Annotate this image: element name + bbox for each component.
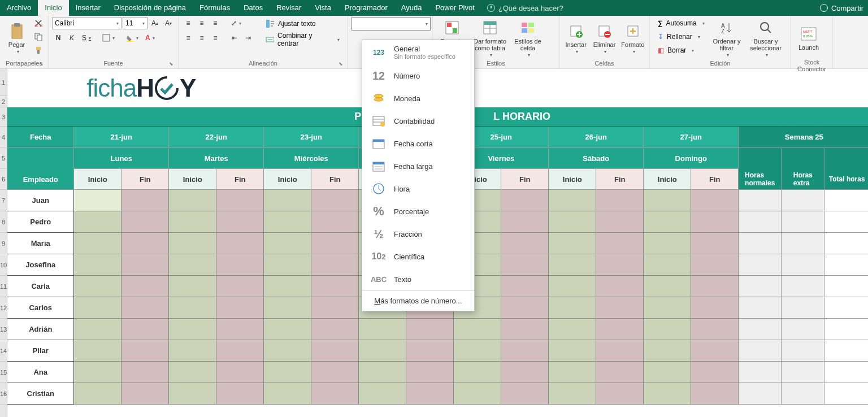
fin-cell[interactable] bbox=[501, 340, 549, 362]
inicio-cell[interactable] bbox=[644, 254, 691, 276]
fill-button[interactable]: ↧Rellenar▾ bbox=[653, 31, 708, 43]
inicio-cell[interactable] bbox=[169, 362, 216, 383]
fin-cell[interactable] bbox=[311, 383, 359, 405]
tab-formulas[interactable]: Fórmulas bbox=[193, 0, 237, 16]
fin-cell[interactable] bbox=[501, 362, 549, 383]
autosum-button[interactable]: ∑Autosuma▾ bbox=[653, 17, 708, 29]
numfmt-fecha-corta[interactable]: Fecha corta bbox=[362, 132, 474, 155]
fin-cell[interactable] bbox=[501, 254, 549, 276]
total-horas-cell[interactable] bbox=[824, 211, 868, 233]
inicio-cell[interactable] bbox=[644, 276, 691, 297]
align-top-button[interactable]: ≡ bbox=[182, 17, 194, 29]
fin-cell[interactable] bbox=[691, 254, 739, 276]
inicio-cell[interactable] bbox=[74, 383, 121, 405]
row-header[interactable]: 7 bbox=[0, 190, 7, 211]
inicio-cell[interactable] bbox=[264, 276, 311, 297]
numfmt-general[interactable]: 123 General Sin formato específico bbox=[362, 40, 474, 64]
fin-cell[interactable] bbox=[216, 297, 264, 319]
fin-cell[interactable] bbox=[311, 190, 359, 211]
horas-normales-cell[interactable] bbox=[739, 233, 782, 254]
fin-cell[interactable] bbox=[596, 297, 644, 319]
row-header[interactable]: 13 bbox=[0, 319, 7, 340]
employee-cell[interactable]: Pilar bbox=[7, 340, 74, 362]
fin-cell[interactable] bbox=[501, 233, 549, 254]
fin-cell[interactable] bbox=[311, 254, 359, 276]
tab-disposicion[interactable]: Disposición de página bbox=[107, 0, 193, 16]
numfmt-porcentaje[interactable]: %Porcentaje bbox=[362, 200, 474, 223]
total-horas-cell[interactable] bbox=[824, 254, 868, 276]
numfmt-contabilidad[interactable]: Contabilidad bbox=[362, 110, 474, 132]
inicio-cell[interactable] bbox=[359, 319, 406, 340]
format-painter-button[interactable] bbox=[32, 44, 45, 57]
horas-extra-cell[interactable] bbox=[782, 211, 824, 233]
inicio-cell[interactable] bbox=[644, 190, 691, 211]
inicio-cell[interactable] bbox=[359, 383, 406, 405]
inicio-cell[interactable] bbox=[74, 211, 121, 233]
fill-color-button[interactable]: ▾ bbox=[123, 32, 141, 44]
inicio-cell[interactable] bbox=[644, 340, 691, 362]
numfmt-more-link[interactable]: Más formatos de número... bbox=[362, 290, 474, 311]
inicio-cell[interactable] bbox=[264, 190, 311, 211]
fin-cell[interactable] bbox=[121, 233, 169, 254]
employee-cell[interactable]: Adrián bbox=[7, 319, 74, 340]
fin-cell[interactable] bbox=[216, 340, 264, 362]
inicio-cell[interactable] bbox=[549, 340, 596, 362]
inicio-cell[interactable] bbox=[454, 340, 501, 362]
inicio-cell[interactable] bbox=[264, 362, 311, 383]
employee-cell[interactable]: Pedro bbox=[7, 211, 74, 233]
fin-cell[interactable] bbox=[596, 383, 644, 405]
underline-button[interactable]: S▾ bbox=[79, 32, 94, 44]
inicio-cell[interactable] bbox=[549, 190, 596, 211]
fin-cell[interactable] bbox=[121, 276, 169, 297]
paste-button[interactable]: Pegar ▾ bbox=[3, 17, 30, 59]
fin-cell[interactable] bbox=[501, 190, 549, 211]
fin-cell[interactable] bbox=[406, 340, 454, 362]
inicio-cell[interactable] bbox=[264, 211, 311, 233]
font-color-button[interactable]: A▾ bbox=[142, 32, 158, 44]
clear-button[interactable]: ◧Borrar▾ bbox=[653, 44, 708, 57]
horas-normales-cell[interactable] bbox=[739, 319, 782, 340]
fin-cell[interactable] bbox=[311, 233, 359, 254]
cell-styles-button[interactable]: Estilos de celda▾ bbox=[512, 17, 544, 59]
tab-inicio[interactable]: Inicio bbox=[38, 0, 68, 16]
numfmt-hora[interactable]: Hora bbox=[362, 177, 474, 200]
decrease-indent-button[interactable]: ⇤ bbox=[228, 32, 241, 44]
inicio-cell[interactable] bbox=[169, 233, 216, 254]
horas-extra-cell[interactable] bbox=[782, 340, 824, 362]
horas-extra-cell[interactable] bbox=[782, 276, 824, 297]
employee-cell[interactable]: Cristian bbox=[7, 383, 74, 405]
inicio-cell[interactable] bbox=[169, 190, 216, 211]
row-header[interactable]: 8 bbox=[0, 211, 7, 233]
row-header[interactable]: 16 bbox=[0, 383, 7, 405]
align-bottom-button[interactable]: ≡ bbox=[209, 17, 222, 29]
row-header[interactable]: 15 bbox=[0, 362, 7, 383]
inicio-cell[interactable] bbox=[549, 297, 596, 319]
fin-cell[interactable] bbox=[406, 362, 454, 383]
inicio-cell[interactable] bbox=[454, 319, 501, 340]
inicio-cell[interactable] bbox=[74, 254, 121, 276]
inicio-cell[interactable] bbox=[454, 383, 501, 405]
dialog-launcher-icon[interactable]: ⬊ bbox=[338, 61, 343, 67]
fin-cell[interactable] bbox=[121, 190, 169, 211]
total-horas-cell[interactable] bbox=[824, 340, 868, 362]
row-header[interactable]: 5 bbox=[0, 148, 7, 169]
horas-extra-cell[interactable] bbox=[782, 233, 824, 254]
total-horas-cell[interactable] bbox=[824, 383, 868, 405]
numfmt-numero[interactable]: 12Número bbox=[362, 64, 474, 87]
horas-extra-cell[interactable] bbox=[782, 362, 824, 383]
inicio-cell[interactable] bbox=[454, 362, 501, 383]
wrap-text-button[interactable]: Ajustar texto bbox=[261, 17, 344, 31]
fin-cell[interactable] bbox=[596, 276, 644, 297]
numfmt-texto[interactable]: ABCTexto bbox=[362, 268, 474, 290]
total-horas-cell[interactable] bbox=[824, 276, 868, 297]
tab-insertar[interactable]: Insertar bbox=[69, 0, 107, 16]
inicio-cell[interactable] bbox=[74, 297, 121, 319]
inicio-cell[interactable] bbox=[359, 362, 406, 383]
align-left-button[interactable]: ≡ bbox=[182, 32, 194, 44]
numfmt-cientifica[interactable]: 102Científica bbox=[362, 245, 474, 268]
fin-cell[interactable] bbox=[406, 383, 454, 405]
inicio-cell[interactable] bbox=[644, 233, 691, 254]
tab-powerpivot[interactable]: Power Pivot bbox=[428, 0, 481, 16]
fin-cell[interactable] bbox=[501, 276, 549, 297]
share-button[interactable]: Compartir bbox=[820, 4, 863, 12]
